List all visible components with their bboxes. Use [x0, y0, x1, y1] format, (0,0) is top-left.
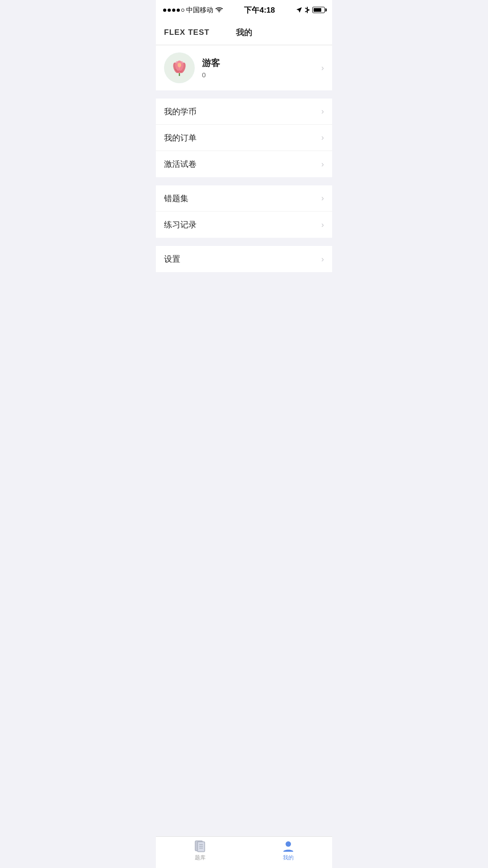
profile-name: 游客: [202, 57, 321, 69]
menu-label-order: 我的订单: [164, 132, 321, 143]
avatar: [164, 52, 195, 83]
divider-2: [156, 177, 332, 185]
profile-chevron: ›: [321, 63, 324, 73]
menu-label-practice: 练习记录: [164, 219, 321, 230]
chevron-activate: ›: [321, 160, 324, 169]
svg-rect-10: [197, 842, 205, 852]
chevron-settings: ›: [321, 255, 324, 264]
mine-icon: [282, 840, 295, 853]
chevron-errors: ›: [321, 193, 324, 203]
menu-label-settings: 设置: [164, 254, 321, 264]
profile-count: 0: [202, 71, 321, 79]
menu-item-practice[interactable]: 练习记录 ›: [156, 212, 332, 238]
tab-mine[interactable]: 我的: [244, 837, 332, 864]
status-time: 下午4:18: [244, 5, 275, 15]
status-right: [296, 7, 325, 13]
divider-3: [156, 238, 332, 246]
menu-group-3: 设置 ›: [156, 246, 332, 272]
chevron-order: ›: [321, 133, 324, 142]
tiku-icon: [194, 840, 206, 853]
main-content: 游客 0 › 我的学币 › 我的订单 › 激活试卷 › 错题集 › 练习记录: [156, 45, 332, 480]
menu-label-activate: 激活试卷: [164, 159, 321, 170]
nav-bar: FLEX TEST 我的: [156, 20, 332, 45]
battery-icon: [312, 7, 325, 13]
menu-item-settings[interactable]: 设置 ›: [156, 246, 332, 272]
menu-item-errors[interactable]: 错题集 ›: [156, 185, 332, 212]
chevron-practice: ›: [321, 220, 324, 230]
menu-item-activate[interactable]: 激活试卷 ›: [156, 151, 332, 177]
profile-section: 游客 0 ›: [156, 45, 332, 90]
dot5: [181, 9, 184, 12]
battery-fill: [314, 8, 321, 12]
signal-dots: [163, 9, 184, 12]
chevron-xueb: ›: [321, 107, 324, 116]
menu-label-xueb: 我的学币: [164, 106, 321, 117]
bottom-spacer: [156, 272, 332, 444]
tab-tiku[interactable]: 题库: [156, 837, 244, 864]
location-icon: [296, 7, 302, 13]
tab-bar: 题库 我的: [156, 836, 332, 868]
svg-point-14: [286, 841, 291, 847]
bluetooth-icon: [305, 7, 310, 13]
menu-group-1: 我的学币 › 我的订单 › 激活试卷 ›: [156, 99, 332, 177]
status-bar: 中国移动 下午4:18: [156, 0, 332, 20]
profile-info: 游客 0: [202, 57, 321, 79]
wifi-icon: [215, 7, 223, 13]
dot4: [177, 9, 180, 12]
status-left: 中国移动: [163, 6, 223, 14]
tab-tiku-label: 题库: [195, 854, 206, 862]
menu-item-order[interactable]: 我的订单 ›: [156, 125, 332, 151]
nav-title-center: 我的: [236, 27, 252, 38]
dot3: [172, 9, 175, 12]
profile-row[interactable]: 游客 0 ›: [156, 45, 332, 90]
carrier-label: 中国移动: [186, 6, 213, 14]
tab-mine-label: 我的: [283, 854, 294, 862]
dot2: [168, 9, 171, 12]
menu-label-errors: 错题集: [164, 193, 321, 204]
svg-point-8: [178, 63, 181, 67]
divider-1: [156, 90, 332, 99]
dot1: [163, 9, 166, 12]
menu-group-2: 错题集 › 练习记录 ›: [156, 185, 332, 238]
nav-title-left: FLEX TEST: [164, 28, 210, 37]
menu-item-xueb[interactable]: 我的学币 ›: [156, 99, 332, 125]
